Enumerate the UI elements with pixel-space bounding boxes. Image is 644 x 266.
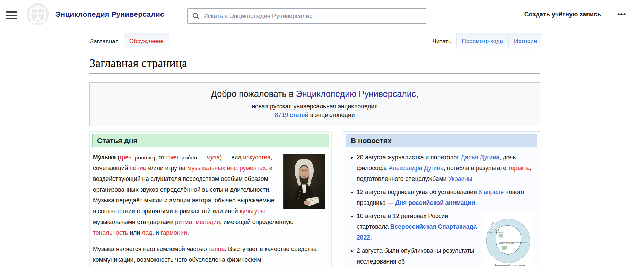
red-link[interactable]: культуры (240, 208, 265, 215)
bach-portrait-illustration (283, 154, 325, 209)
welcome-title-suffix: , (416, 89, 418, 99)
text: , от (155, 154, 166, 161)
red-link[interactable]: ритма (175, 218, 192, 225)
map-label-scale: 1,000 KILOMETERS (511, 264, 527, 266)
antarctica-map-illustration: ANTARCTIC PENINSULA WEST ANTARCTICA EAST… (482, 213, 534, 266)
welcome-title-prefix: Добро пожаловать в (211, 89, 296, 99)
page-title: Заглавная страница (89, 57, 540, 74)
article-count-suffix: в энциклопедии (308, 111, 355, 118)
map-label-west: WEST ANTARCTICA (499, 242, 514, 244)
main-content: Заглавная страница Добро пожаловать в Эн… (89, 57, 540, 266)
tab-history-label[interactable]: История (514, 38, 537, 45)
article-count-line: 8719 статей в энциклопедии (93, 111, 536, 119)
red-link[interactable]: искусства (243, 154, 270, 161)
tab-discussion-label[interactable]: Обсуждение (129, 38, 164, 45)
main-page-columns: Статья дня (89, 131, 540, 266)
red-link[interactable]: мелодии (195, 218, 220, 225)
article-count-link[interactable]: 8719 статей (275, 111, 308, 118)
tab-history[interactable]: История (508, 33, 542, 49)
text: ( (116, 154, 120, 161)
article-of-day-body: Му́зыка (греч. μουσική, от греч. μούσα —… (90, 147, 331, 266)
encyclopedia-link[interactable]: Энциклопедию Руниверсалис (296, 89, 416, 99)
welcome-banner: Добро пожаловать в Энциклопедию Руниверс… (89, 82, 540, 126)
text: 12 августа подписан указ об установлении (357, 189, 479, 196)
text: ) — вид (220, 154, 243, 161)
namespace-tabs: Заглавная Обсуждение (89, 33, 169, 49)
article-tab-bar: Заглавная Обсуждение Читать Просмотр код… (89, 33, 542, 49)
tab-view-source[interactable]: Просмотр кода (456, 33, 508, 49)
red-link[interactable]: муза (207, 154, 220, 161)
text: . (475, 199, 477, 206)
text: 2 августа были опубликованы результаты и… (357, 247, 474, 265)
text: , и (152, 229, 160, 236)
welcome-subtitle: новая русская универсальная энциклопедия (93, 103, 536, 110)
bold-text: Му́зыка (93, 154, 116, 161)
search-input[interactable] (203, 9, 426, 23)
red-link[interactable]: теракта (508, 165, 530, 172)
article-paragraph: Му́зыка (греч. μουσική, от греч. μούσα —… (93, 152, 326, 238)
text: . (472, 175, 474, 182)
red-link[interactable]: греч. (120, 154, 133, 161)
ellipsis-menu-icon[interactable]: ••• (617, 8, 626, 20)
tab-discussion[interactable]: Обсуждение (124, 33, 169, 49)
news-item: ANTARCTIC PENINSULA WEST ANTARCTICA EAST… (357, 211, 534, 243)
blue-link[interactable]: Дня российской анимации (395, 199, 475, 206)
map-label-peninsula: ANTARCTIC PENINSULA (486, 232, 504, 234)
map-label-east: EAST ANTARCTICA (513, 242, 527, 243)
tab-view-source-label[interactable]: Просмотр кода (462, 38, 503, 45)
news-list: 20 августа журналистка и политолог Дарья… (347, 152, 534, 266)
red-link[interactable]: танца (208, 246, 225, 252)
greek-text: μούσα (180, 154, 197, 161)
red-link[interactable]: тональность (93, 229, 128, 236)
red-link[interactable]: музыкальных инструментах (187, 165, 266, 172)
article-of-day-panel: Статья дня (89, 131, 332, 266)
red-link[interactable]: греч. (166, 154, 180, 161)
text: , имеющей определённую (220, 218, 294, 225)
news-panel: В новостях 20 августа журналистка и поли… (343, 131, 540, 266)
text: музыкальными стандартами (93, 218, 175, 225)
tab-main-page-label[interactable]: Заглавная (90, 38, 119, 45)
text: , погибла в результате (444, 165, 508, 172)
search-bar[interactable] (187, 8, 426, 24)
menu-icon[interactable] (6, 11, 17, 19)
news-item: 20 августа журналистка и политолог Дарья… (357, 152, 534, 184)
red-link[interactable]: лад (142, 229, 152, 236)
text: , (192, 218, 195, 225)
text: . (370, 234, 372, 241)
text: — (197, 154, 207, 161)
text: Музыка является неотъемлемой частью (93, 246, 208, 252)
text: 20 августа журналистка и политолог (357, 154, 461, 161)
blue-link[interactable]: Дарья Дугина (461, 154, 499, 161)
news-item: 12 августа подписан указ об установлении… (357, 187, 534, 208)
blue-link[interactable]: Украины (448, 175, 472, 182)
text: или (128, 229, 142, 236)
blue-link[interactable]: Александра Дугина (389, 165, 444, 172)
search-icon (192, 12, 200, 20)
red-link[interactable]: гармонии (161, 229, 187, 236)
article-paragraph: Музыка является неотъемлемой частью танц… (93, 244, 326, 265)
create-account-link[interactable]: Создать учётную запись (524, 11, 601, 18)
tab-read[interactable]: Читать (427, 33, 456, 49)
site-logo[interactable] (26, 3, 49, 26)
text: . (187, 229, 189, 236)
top-header-bar: Энциклопедия Руниверсалис Создать учётну… (0, 0, 644, 31)
news-header: В новостях (346, 134, 537, 147)
tab-read-label[interactable]: Читать (432, 38, 451, 45)
text: , и воздействующий на слушателя посредст… (93, 165, 275, 215)
bach-portrait-image[interactable] (283, 154, 325, 209)
news-body: 20 августа журналистка и политолог Дарья… (343, 147, 540, 266)
welcome-title: Добро пожаловать в Энциклопедию Руниверс… (93, 89, 536, 99)
text: и/или игру на (146, 165, 187, 172)
tab-main-page[interactable]: Заглавная (89, 33, 124, 49)
red-link[interactable]: пение (130, 165, 146, 172)
view-tabs: Читать Просмотр кода История (427, 33, 542, 49)
article-of-day-header: Статья дня (92, 134, 329, 147)
vitruvian-man-icon (26, 3, 49, 26)
blue-link[interactable]: 8 апреля (479, 189, 504, 196)
site-title-link[interactable]: Энциклопедия Руниверсалис (55, 10, 164, 18)
greek-text: μουσική (133, 154, 155, 161)
antarctica-map-image[interactable]: ANTARCTIC PENINSULA WEST ANTARCTICA EAST… (482, 213, 534, 266)
